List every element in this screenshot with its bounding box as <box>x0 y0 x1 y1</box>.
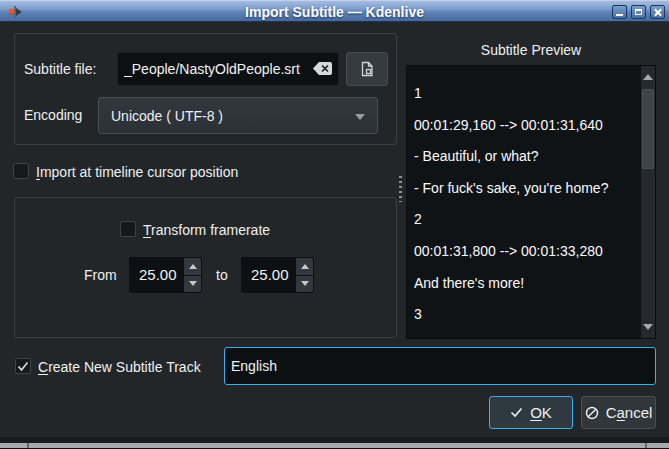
browse-file-button[interactable] <box>346 52 388 86</box>
framerate-to-value: 25.00 <box>251 266 289 283</box>
panel-splitter-handle[interactable] <box>399 176 402 202</box>
chevron-down-icon <box>355 114 365 120</box>
import-at-cursor-checkbox[interactable] <box>13 163 29 179</box>
spin-up-button[interactable] <box>296 258 313 275</box>
checkbox-check-icon <box>17 361 29 372</box>
close-icon <box>653 8 662 17</box>
minimize-button[interactable] <box>612 5 627 19</box>
spin-up-icon <box>301 264 309 269</box>
window-title: Import Subtitle — Kdenlive <box>0 4 669 20</box>
scroll-down-button[interactable] <box>641 316 655 338</box>
encoding-label: Encoding <box>24 107 82 123</box>
spin-down-icon <box>301 281 309 286</box>
create-track-label[interactable]: Create New Subtitle Track <box>38 359 201 375</box>
encoding-selected-value: Unicode ( UTF-8 ) <box>111 108 223 124</box>
subtitle-preview-pane: 100:01:29,160 --> 00:01:31,640- Beautifu… <box>406 65 656 339</box>
scroll-up-button[interactable] <box>641 66 655 88</box>
spin-up-icon <box>189 264 197 269</box>
cancel-button-label: Cancel <box>606 404 653 421</box>
preview-scrollbar[interactable] <box>641 66 655 338</box>
scrollbar-thumb[interactable] <box>642 89 654 169</box>
from-label: From <box>84 267 117 283</box>
spin-down-button[interactable] <box>184 276 201 293</box>
track-name-input[interactable] <box>224 347 656 385</box>
subtitle-preview-title: Subtitle Preview <box>406 42 656 58</box>
subtitle-file-input[interactable] <box>117 52 339 86</box>
import-subtitle-dialog: Import Subtitle — Kdenlive Subtitle file… <box>0 0 669 449</box>
document-open-icon <box>359 61 375 77</box>
titlebar[interactable]: Import Subtitle — Kdenlive <box>0 0 669 22</box>
close-button[interactable] <box>650 5 665 19</box>
create-track-checkbox[interactable] <box>15 358 31 374</box>
ok-button[interactable]: OK <box>489 396 573 429</box>
transform-framerate-checkbox[interactable] <box>120 221 136 237</box>
framerate-from-value: 25.00 <box>139 266 177 283</box>
ok-check-icon <box>510 407 523 418</box>
spin-down-button[interactable] <box>296 276 313 293</box>
framerate-to-spinbox[interactable]: 25.00 <box>240 256 315 294</box>
subtitle-file-label: Subtitle file: <box>24 61 96 77</box>
scroll-down-icon <box>643 324 653 330</box>
framerate-from-spinbox[interactable]: 25.00 <box>128 256 203 294</box>
ok-button-label: OK <box>530 404 552 421</box>
subtitle-preview-text: 100:01:29,160 --> 00:01:31,640- Beautifu… <box>414 78 639 338</box>
cancel-block-icon <box>585 406 599 420</box>
encoding-select[interactable]: Unicode ( UTF-8 ) <box>98 97 378 134</box>
spin-down-icon <box>189 281 197 286</box>
framerate-frame <box>14 197 397 338</box>
clear-input-icon[interactable] <box>312 61 333 76</box>
maximize-button[interactable] <box>631 5 646 19</box>
maximize-icon <box>635 9 642 15</box>
spin-up-button[interactable] <box>184 258 201 275</box>
minimize-icon <box>616 14 623 16</box>
transform-framerate-label[interactable]: Transform framerate <box>143 222 270 238</box>
cancel-button[interactable]: Cancel <box>581 396 656 429</box>
scroll-up-icon <box>643 74 653 80</box>
to-label: to <box>216 267 228 283</box>
import-at-cursor-label[interactable]: Import at timeline cursor position <box>36 164 238 180</box>
